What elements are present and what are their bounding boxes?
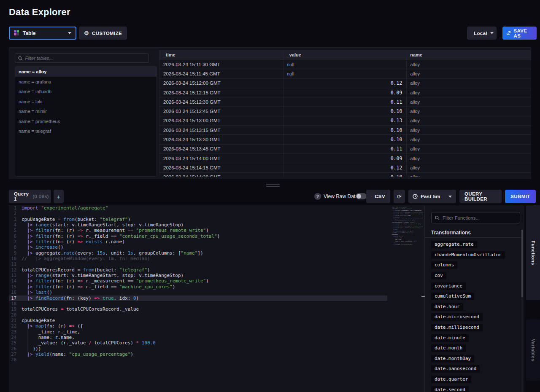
function-item[interactable]: chandeMomentumOscillator bbox=[431, 251, 505, 259]
code-line: 25 _value: (r._value / totalCPUCores) * … bbox=[9, 340, 387, 346]
function-item[interactable]: date.minute bbox=[431, 334, 469, 342]
refresh-button[interactable]: ⟳ bbox=[394, 190, 405, 203]
table-cell: 2026-03-24 15:12:00 GMT bbox=[159, 79, 284, 88]
table-filter-item[interactable]: name = mimir bbox=[15, 107, 157, 117]
table-filter-item[interactable]: name = alloy bbox=[15, 67, 157, 77]
function-item[interactable]: date.microsecond bbox=[431, 313, 483, 321]
function-item[interactable]: date.month bbox=[431, 344, 466, 352]
query-tab[interactable]: Query 1 (0.08s) bbox=[9, 190, 51, 203]
filter-tables-field[interactable] bbox=[15, 54, 149, 63]
results-panel: name = alloyname = grafananame = influxd… bbox=[9, 47, 531, 179]
view-type-dropdown[interactable]: Table bbox=[9, 27, 76, 40]
search-icon bbox=[18, 56, 22, 61]
tables-list: name = alloyname = grafananame = influxd… bbox=[15, 66, 157, 177]
submit-button[interactable]: SUBMIT bbox=[505, 190, 536, 203]
table-cell: 2026-03-24 15:13:00 GMT bbox=[159, 116, 284, 125]
table-cell: 0.09 bbox=[284, 154, 407, 163]
gear-icon: ⚙ bbox=[84, 30, 89, 36]
code-line: 4 |> range(start: v.timeRangeStart, stop… bbox=[9, 222, 387, 228]
function-item[interactable]: date.quarter bbox=[431, 376, 471, 383]
function-item[interactable]: date.second bbox=[431, 386, 469, 392]
editor-minimap[interactable]: import "experimental/aggregate"cpuUsageR… bbox=[392, 206, 423, 245]
column-header: _time bbox=[159, 50, 284, 59]
table-filter-item[interactable]: name = telegraf bbox=[15, 126, 157, 137]
filter-functions-input[interactable] bbox=[443, 215, 516, 220]
function-item[interactable]: date.monthDay bbox=[431, 355, 474, 362]
table-cell: null bbox=[284, 69, 407, 78]
table-cell: 0.09 bbox=[284, 88, 407, 97]
help-icon[interactable]: ? bbox=[314, 193, 321, 200]
table-cell: 2026-03-24 15:14:30 GMT bbox=[159, 173, 284, 177]
panel-resize-handle[interactable] bbox=[266, 184, 280, 188]
code-line: 21cpuUsageRate bbox=[9, 318, 387, 323]
add-query-button[interactable]: + bbox=[54, 190, 64, 203]
table-cell: alloy bbox=[407, 126, 531, 134]
functions-panel: Transformations aggregate.ratechandeMome… bbox=[425, 205, 524, 392]
filter-tables-input[interactable] bbox=[25, 56, 146, 61]
table-cell: 0.13 bbox=[284, 116, 407, 125]
table-filter-item[interactable]: name = influxdb bbox=[15, 87, 157, 97]
table-cell: alloy bbox=[407, 107, 531, 115]
table-cell: alloy bbox=[407, 97, 531, 106]
table-row: 2026-03-24 15:13:15 GMT0.10alloy bbox=[159, 126, 531, 135]
view-type-label: Table bbox=[23, 30, 65, 36]
code-line: 5 |> filter(fn: (r) => r._measurement ==… bbox=[9, 228, 387, 233]
table-cell: 0.12 bbox=[284, 79, 407, 88]
tab-variables[interactable]: Variables bbox=[526, 320, 540, 381]
table-cell: 2026-03-24 15:13:45 GMT bbox=[159, 145, 284, 153]
code-line: 19totalCPUCores = totalCPUCoresRecord._v… bbox=[9, 306, 387, 312]
table-cell: 2026-03-24 15:14:00 GMT bbox=[159, 154, 284, 163]
code-line: 14 |> filter(fn: (r) => r._measurement =… bbox=[9, 278, 387, 284]
table-row: 2026-03-24 15:11:45 GMTnullalloy bbox=[159, 69, 531, 78]
csv-label: CSV bbox=[375, 194, 385, 199]
table-row: 2026-03-24 15:14:00 GMT0.09alloy bbox=[159, 154, 531, 163]
function-item[interactable]: date.nanosecond bbox=[431, 365, 480, 373]
table-cell: 0.12 bbox=[284, 163, 407, 172]
table-row: 2026-03-24 15:12:00 GMT0.12alloy bbox=[159, 79, 531, 88]
view-raw-data-label: View Raw Data bbox=[324, 193, 358, 199]
code-line: 7 |> filter(fn: (r) => exists r.name) bbox=[9, 239, 387, 244]
function-item[interactable]: cov bbox=[431, 272, 446, 279]
table-cell: 2026-03-24 15:14:15 GMT bbox=[159, 163, 284, 172]
table-cell: alloy bbox=[407, 135, 531, 144]
filter-functions-field[interactable] bbox=[431, 212, 520, 223]
time-range-dropdown[interactable]: Past 5m bbox=[408, 190, 456, 203]
code-line: 23 _time: r._time, bbox=[9, 329, 387, 335]
table-row: 2026-03-24 15:14:30 GMT0.10alloy bbox=[159, 173, 531, 177]
save-as-label: SAVE AS bbox=[513, 28, 532, 38]
table-cell: alloy bbox=[407, 154, 531, 163]
function-item[interactable]: date.millisecond bbox=[431, 324, 483, 331]
function-item[interactable]: aggregate.rate bbox=[431, 241, 477, 248]
save-as-button[interactable]: SAVE AS bbox=[502, 27, 537, 40]
query-builder-button[interactable]: QUERY BUILDER bbox=[459, 190, 502, 203]
flux-code-editor[interactable]: 1import "experimental/aggregate"23cpuUsa… bbox=[9, 205, 424, 392]
table-cell: alloy bbox=[407, 145, 531, 153]
table-cell: alloy bbox=[407, 163, 531, 172]
export-icon bbox=[507, 31, 510, 35]
table-cell: 2026-03-24 15:13:15 GMT bbox=[159, 126, 284, 134]
table-header-row: _time_valuename bbox=[159, 50, 531, 60]
table-filter-item[interactable]: name = prometheus bbox=[15, 116, 157, 126]
function-item[interactable]: covariance bbox=[431, 282, 466, 290]
customize-button[interactable]: ⚙ CUSTOMIZE bbox=[79, 27, 127, 40]
page-title: Data Explorer bbox=[9, 7, 70, 18]
functions-list: aggregate.ratechandeMomentumOscillatorco… bbox=[431, 239, 505, 392]
code-line: 22 |> map(fn: (r) => ({ bbox=[9, 323, 387, 329]
table-cell: alloy bbox=[407, 173, 531, 177]
function-item[interactable]: columns bbox=[431, 261, 457, 269]
table-filter-item[interactable]: name = loki bbox=[15, 97, 157, 107]
table-cell: 2026-03-24 15:12:30 GMT bbox=[159, 97, 284, 106]
table-filter-item[interactable]: name = grafana bbox=[15, 77, 157, 87]
table-cell: 2026-03-24 15:11:30 GMT bbox=[159, 60, 284, 69]
local-dropdown[interactable]: Local bbox=[467, 27, 497, 40]
tab-functions[interactable]: Functions bbox=[526, 205, 540, 300]
code-line: 10// |> aggregateWindow(every: 1m, fn: m… bbox=[9, 256, 387, 261]
csv-button[interactable]: CSV bbox=[366, 190, 390, 203]
column-header: name bbox=[407, 50, 531, 59]
scrollbar-thumb[interactable] bbox=[521, 230, 523, 297]
function-item[interactable]: date.hour bbox=[431, 303, 463, 311]
view-raw-data-toggle[interactable] bbox=[356, 193, 367, 199]
table-row: 2026-03-24 15:12:15 GMT0.09alloy bbox=[159, 88, 531, 97]
code-line: 18 bbox=[9, 301, 387, 306]
function-item[interactable]: cumulativeSum bbox=[431, 293, 474, 300]
